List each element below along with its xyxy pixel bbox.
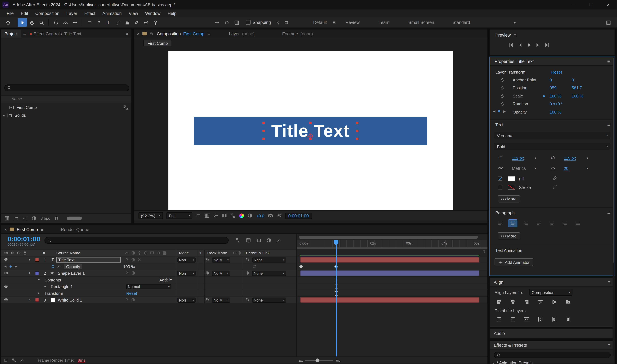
shy-switch-icon[interactable] (125, 251, 129, 255)
right-scrollbar-thumb[interactable] (613, 58, 614, 262)
expand-in-out-icon[interactable] (20, 358, 24, 362)
rotation-stopwatch-icon[interactable] (500, 102, 504, 106)
selection-handle[interactable] (262, 130, 265, 132)
scale-y-value[interactable]: 100 % (572, 94, 583, 98)
layer-bar-solid[interactable] (300, 297, 479, 303)
project-item-first-comp[interactable]: First Comp (1, 104, 131, 111)
panel-overflow-icon[interactable]: » (123, 31, 131, 36)
eraser-tool[interactable] (132, 18, 141, 27)
last-frame-button[interactable] (544, 42, 550, 48)
align-left-button[interactable] (495, 220, 504, 227)
shape-blend-select[interactable]: Normal▾ (126, 284, 171, 289)
workspace-learn[interactable]: Learn (379, 17, 390, 28)
panel-scroll-thumb[interactable] (67, 217, 82, 220)
rotate-tool[interactable] (51, 18, 61, 27)
property-name[interactable]: Opacity (64, 264, 82, 269)
graph-editor-icon[interactable] (277, 238, 282, 243)
interpret-footage-icon[interactable] (4, 216, 10, 221)
timeline-tab-first-comp[interactable]: First Comp (17, 227, 38, 232)
lock-icon[interactable] (149, 31, 154, 36)
group-row-transform[interactable]: ▸ Transform Reset (1, 290, 296, 297)
expand-transfer-controls-icon[interactable] (12, 358, 16, 362)
viewer-timecode[interactable]: 0:00:01:00 (285, 212, 312, 219)
snapping-toggle[interactable]: Snapping (246, 17, 271, 28)
motion-blur-icon[interactable] (266, 238, 272, 243)
track-matte-select[interactable]: No M▾ (212, 298, 230, 303)
align-layer-right-button[interactable] (522, 298, 531, 305)
motion-blur-switch-icon[interactable] (156, 251, 161, 255)
layer-row-3[interactable]: ▸ 3 White Solid 1 Norr▾ No M▾ None▾ (1, 297, 296, 303)
workspace-review[interactable]: Review (345, 17, 359, 28)
tab-project[interactable]: Project (1, 29, 21, 38)
timeline-menu-icon[interactable]: ≡ (38, 227, 47, 232)
quality-switch[interactable] (125, 298, 129, 302)
parent-select[interactable]: None▾ (252, 257, 286, 262)
first-frame-button[interactable] (508, 42, 514, 48)
three-d-switch-icon[interactable] (163, 251, 167, 255)
exposure-value[interactable]: +0.0 (256, 213, 264, 218)
parent-pickwhip-icon[interactable] (245, 271, 249, 275)
justify-last-right-button[interactable] (560, 220, 569, 227)
track-matte-select[interactable]: No M▾ (212, 257, 230, 262)
tracking-value[interactable]: 20 (564, 166, 568, 171)
matte-pickwhip-icon[interactable] (205, 271, 209, 275)
stroke-color-swatch[interactable] (508, 185, 515, 190)
collapse-switch[interactable] (131, 298, 135, 302)
tab-composition-name[interactable]: First Comp (181, 31, 204, 36)
group-name[interactable]: Contents (44, 277, 61, 282)
leading-value[interactable]: 115 px (564, 156, 576, 161)
guides-icon[interactable] (222, 213, 227, 218)
keyframe-diamond-icon[interactable]: ◆ (10, 265, 12, 268)
snap-option-box-icon[interactable] (284, 17, 288, 28)
timeline-search-input[interactable] (44, 237, 229, 244)
stroke-checkbox[interactable] (498, 185, 502, 189)
menu-file[interactable]: File (3, 11, 17, 16)
matte-pickwhip-icon[interactable] (205, 298, 209, 302)
brush-tool[interactable] (113, 18, 123, 27)
justify-all-button[interactable] (573, 220, 582, 227)
paragraph-more-button[interactable]: More (498, 232, 520, 239)
viewer-comp-tab[interactable]: First Comp (143, 40, 172, 46)
font-size-caret-icon[interactable]: ▾ (535, 156, 536, 160)
layer-name[interactable]: White Solid 1 (58, 298, 82, 302)
transform-reset-link[interactable]: Reset (551, 69, 562, 74)
hand-tool[interactable] (27, 18, 37, 27)
tab-layer[interactable]: Layer (213, 31, 240, 36)
panel-close-icon[interactable]: × (134, 31, 143, 36)
project-panel-menu-icon[interactable]: ≡ (21, 31, 28, 36)
zoom-out-mountain-icon[interactable] (299, 358, 303, 362)
minimize-button[interactable]: ─ (565, 0, 582, 10)
add-shape-button[interactable]: ▶ (170, 277, 172, 281)
align-layer-top-button[interactable] (536, 298, 545, 305)
project-search-input[interactable] (4, 84, 129, 91)
maximize-button[interactable]: □ (582, 0, 600, 10)
timeline-zoom-slider[interactable] (305, 360, 333, 361)
twirl-closed-icon[interactable]: ▸ (38, 291, 40, 295)
transparency-grid-icon[interactable] (205, 213, 210, 218)
group-name[interactable]: Rectangle 1 (51, 284, 73, 289)
trash-icon[interactable] (54, 216, 59, 221)
composition-canvas[interactable]: Title Text (168, 51, 453, 210)
quality-switch-icon[interactable] (137, 251, 142, 255)
kerning-value[interactable]: Metrics (512, 166, 526, 170)
layer-bar-shape[interactable] (300, 270, 479, 276)
anchor-y-value[interactable]: 0 (572, 78, 574, 82)
workspace-bar-icon[interactable] (606, 17, 611, 28)
position-y-value[interactable]: 581.7 (572, 85, 582, 90)
eye-icon[interactable] (4, 271, 8, 275)
layer-row-2[interactable]: ▾ 2 Shape Layer 1 Norr▾ No M▾ None▾ (1, 270, 296, 277)
quality-switch[interactable] (125, 257, 129, 262)
roi-icon[interactable] (196, 213, 201, 218)
panel-close-icon[interactable]: × (1, 227, 10, 232)
position-x-value[interactable]: 959 (550, 85, 557, 90)
expression-pickwhip-icon[interactable] (252, 264, 257, 269)
font-size-value[interactable]: 112 px (512, 156, 524, 161)
current-time-indicator-line[interactable] (336, 240, 337, 357)
transform-reset-link[interactable]: Reset (126, 291, 137, 296)
project-item-solids[interactable]: ▸ Solids (1, 111, 131, 119)
blend-mode-select[interactable]: Norr▾ (178, 298, 196, 303)
justify-last-left-button[interactable] (534, 220, 543, 227)
blend-mode-select[interactable]: Norr▾ (178, 257, 196, 262)
fill-eyedropper-icon[interactable] (552, 176, 557, 181)
adjustment-icon[interactable] (31, 216, 37, 221)
